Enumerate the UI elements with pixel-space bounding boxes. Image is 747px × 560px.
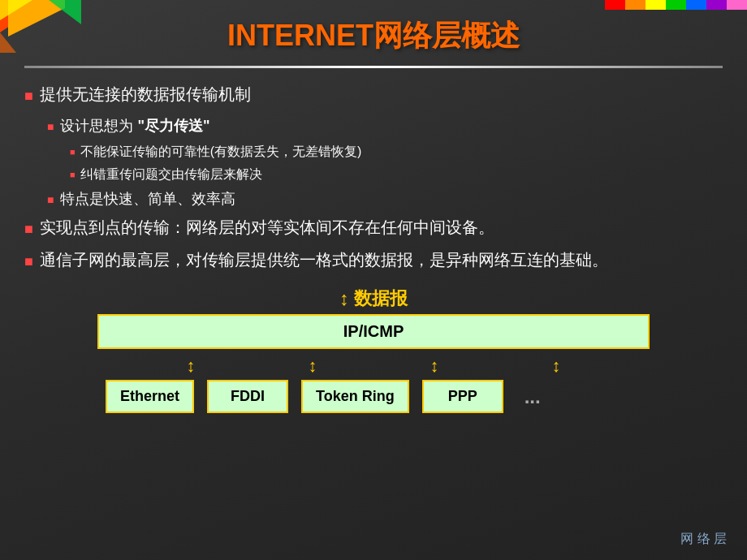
bullet-1-1: ■ 设计思想为 "尽力传送"	[47, 114, 723, 138]
ppp-box: PPP	[422, 380, 503, 413]
bullet-1-1-2-icon: ■	[70, 168, 76, 183]
data-label-row: ↕ 数据报	[339, 286, 408, 311]
fddi-box: FDDI	[207, 380, 288, 413]
bullet-1-1-2: ■ 纠错重传问题交由传输层来解决	[70, 164, 723, 185]
ip-icmp-box: IP/ICMP	[97, 314, 650, 349]
arrow-1: ↕	[187, 355, 196, 377]
data-arrow-icon: ↕	[339, 287, 349, 310]
slide: INTERNET网络层概述 ■ 提供无连接的数据报传输机制 ■ 设计思想为 "尽…	[0, 0, 747, 560]
data-label-text: 数据报	[354, 286, 408, 311]
bullet-1-1-1: ■ 不能保证传输的可靠性(有数据丢失，无差错恢复)	[70, 141, 723, 162]
network-diagram: ↕ 数据报 IP/ICMP ↕ ↕ ↕ ↕ Ethernet FDDI Toke…	[24, 286, 723, 413]
bullet-1-1-text: 设计思想为 "尽力传送"	[60, 114, 209, 138]
bullet-1: ■ 提供无连接的数据报传输机制	[24, 81, 723, 108]
arrow-2: ↕	[309, 355, 317, 377]
bullet-2: ■ 实现点到点的传输：网络层的对等实体间不存在任何中间设备。	[24, 214, 723, 241]
bullet-1-text: 提供无连接的数据报传输机制	[40, 81, 723, 107]
arrow-3: ↕	[430, 355, 439, 377]
bullet-3-text: 通信子网的最高层，对传输层提供统一格式的数据报，是异种网络互连的基础。	[40, 247, 723, 273]
ethernet-box: Ethernet	[106, 380, 194, 413]
bullet-3: ■ 通信子网的最高层，对传输层提供统一格式的数据报，是异种网络互连的基础。	[24, 247, 723, 274]
bullet-1-1-1-icon: ■	[70, 145, 76, 160]
bullet-3-icon: ■	[24, 250, 33, 274]
title-divider	[24, 66, 723, 68]
bullet-1-2-text: 特点是快速、简单、效率高	[60, 187, 235, 211]
protocol-arrows: ↕ ↕ ↕ ↕	[97, 355, 650, 377]
arrow-4: ↕	[552, 355, 561, 377]
bullet-1-1-2-text: 纠错重传问题交由传输层来解决	[80, 164, 262, 185]
top-left-decoration	[0, 0, 81, 53]
bullet-1-2: ■ 特点是快速、简单、效率高	[47, 187, 723, 211]
main-content: ■ 提供无连接的数据报传输机制 ■ 设计思想为 "尽力传送" ■ 不能保证传输的…	[24, 81, 723, 274]
page-title: INTERNET网络层概述	[24, 8, 723, 66]
bullet-1-1-icon: ■	[47, 118, 54, 136]
watermark: 网 络 层	[680, 531, 727, 548]
bullet-2-icon: ■	[24, 218, 33, 241]
token-ring-box: Token Ring	[301, 380, 409, 413]
bullet-1-2-icon: ■	[47, 191, 54, 209]
bullet-1-icon: ■	[24, 84, 33, 108]
protocol-row: Ethernet FDDI Token Ring PPP ...	[89, 380, 658, 413]
bullet-2-text: 实现点到点的传输：网络层的对等实体间不存在任何中间设备。	[40, 214, 723, 240]
bullet-1-1-1-text: 不能保证传输的可靠性(有数据丢失，无差错恢复)	[80, 141, 362, 162]
top-right-decoration	[605, 0, 747, 11]
more-dots: ...	[525, 386, 541, 408]
